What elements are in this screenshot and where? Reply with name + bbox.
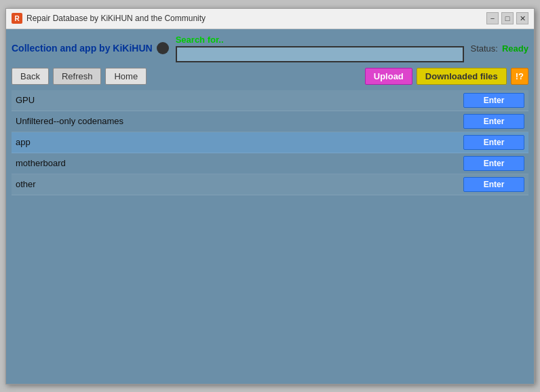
main-window: R Repair Database by KiKiHUN and the Com…: [5, 8, 535, 385]
enter-button[interactable]: Enter: [463, 93, 524, 108]
search-label: Search for..: [176, 35, 464, 45]
close-button[interactable]: ✕: [516, 12, 528, 24]
list-item-label: motherboard: [16, 158, 463, 168]
list-item: appEnter: [12, 132, 528, 153]
list-item: otherEnter: [12, 174, 528, 195]
window-controls: − □ ✕: [486, 12, 528, 24]
list-item-label: app: [16, 137, 463, 147]
github-icon: [157, 42, 169, 54]
list-item-label: GPU: [16, 95, 463, 105]
enter-button[interactable]: Enter: [463, 177, 524, 192]
window-title: Repair Database by KiKiHUN and the Commu…: [26, 14, 486, 23]
status-label: Status:: [471, 43, 498, 54]
list-item: Unfiltered--only codenamesEnter: [12, 111, 528, 132]
list-item: motherboardEnter: [12, 153, 528, 174]
toolbar: Back Refresh Home Upload Downloaded file…: [12, 68, 528, 85]
home-button[interactable]: Home: [105, 68, 147, 85]
title-bar: R Repair Database by KiKiHUN and the Com…: [6, 9, 534, 29]
refresh-button[interactable]: Refresh: [53, 68, 102, 85]
list-item-label: other: [16, 179, 463, 189]
status-value: Ready: [502, 43, 528, 54]
status-area: Status: Ready: [471, 43, 529, 54]
collection-link[interactable]: Collection and app by KiKiHUN: [12, 42, 169, 54]
list-area: GPUEnterUnfiltered--only codenamesEntera…: [12, 90, 528, 378]
enter-button[interactable]: Enter: [463, 135, 524, 150]
search-container: Search for..: [176, 35, 464, 62]
upload-button[interactable]: Upload: [365, 68, 412, 85]
list-item-label: Unfiltered--only codenames: [16, 116, 463, 126]
search-input[interactable]: [176, 46, 464, 62]
back-button[interactable]: Back: [12, 68, 49, 85]
top-row: Collection and app by KiKiHUN Search for…: [12, 35, 528, 62]
app-icon: R: [12, 13, 22, 24]
enter-button[interactable]: Enter: [463, 114, 524, 129]
enter-button[interactable]: Enter: [463, 156, 524, 171]
list-item: GPUEnter: [12, 90, 528, 111]
collection-label: Collection and app by KiKiHUN: [12, 43, 153, 54]
minimize-button[interactable]: −: [486, 12, 499, 24]
warn-button[interactable]: !?: [511, 68, 528, 85]
maximize-button[interactable]: □: [501, 12, 514, 24]
content-area: Collection and app by KiKiHUN Search for…: [6, 29, 534, 384]
downloaded-files-button[interactable]: Downloaded files: [417, 68, 507, 85]
